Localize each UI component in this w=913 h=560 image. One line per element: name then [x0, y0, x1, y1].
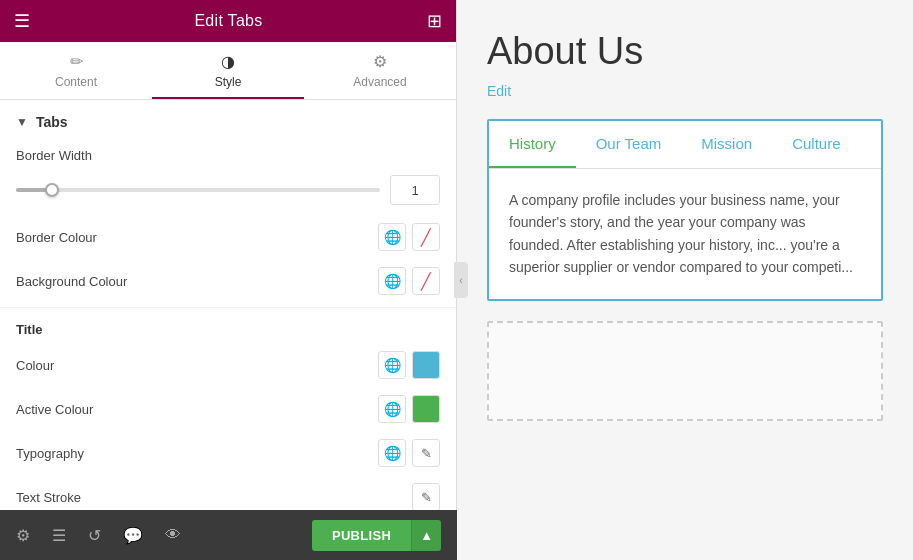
- edit-link[interactable]: Edit: [487, 83, 883, 99]
- panel-title: Edit Tabs: [194, 12, 262, 30]
- widget-container: History Our Team Mission Culture A compa…: [487, 119, 883, 301]
- colour-globe-btn[interactable]: 🌐: [378, 351, 406, 379]
- preview-icon[interactable]: 👁: [165, 526, 181, 544]
- border-width-value[interactable]: 1: [390, 175, 440, 205]
- border-colour-label: Border Colour: [16, 230, 97, 245]
- history-icon[interactable]: ↺: [88, 526, 101, 545]
- widget-tab-mission[interactable]: Mission: [681, 121, 772, 168]
- widget-tab-history[interactable]: History: [489, 121, 576, 168]
- typography-label: Typography: [16, 446, 84, 461]
- typography-globe-btn[interactable]: 🌐: [378, 439, 406, 467]
- border-width-row: Border Width: [0, 140, 456, 171]
- text-stroke-pencil-btn[interactable]: ✎: [412, 483, 440, 511]
- widget-tab-culture[interactable]: Culture: [772, 121, 860, 168]
- widget-tab-our-team[interactable]: Our Team: [576, 121, 682, 168]
- background-colour-label: Background Colour: [16, 274, 127, 289]
- text-stroke-label: Text Stroke: [16, 490, 81, 505]
- background-colour-controls: 🌐 ╱: [378, 267, 440, 295]
- typography-row: Typography 🌐 ✎: [0, 431, 456, 475]
- border-width-slider-row: 1: [0, 171, 456, 215]
- empty-widget-placeholder: [487, 321, 883, 421]
- tabs-section-label: Tabs: [36, 114, 68, 130]
- widget-tab-culture-label: Culture: [792, 135, 840, 152]
- publish-button[interactable]: PUBLISH: [312, 520, 411, 551]
- border-width-label: Border Width: [16, 148, 92, 163]
- panel-tabs-nav: ✏ Content ◑ Style ⚙ Advanced: [0, 42, 456, 100]
- bottom-bar: ⚙ ☰ ↺ 💬 👁 PUBLISH ▲: [0, 510, 457, 560]
- publish-dropdown-button[interactable]: ▲: [411, 520, 441, 551]
- panel-header: ☰ Edit Tabs ⊞: [0, 0, 456, 42]
- active-colour-controls: 🌐: [378, 395, 440, 423]
- typography-controls: 🌐 ✎: [378, 439, 440, 467]
- advanced-icon: ⚙: [373, 52, 387, 71]
- tab-content-label: Content: [55, 75, 97, 89]
- active-colour-row: Active Colour 🌐: [0, 387, 456, 431]
- widget-tab-mission-label: Mission: [701, 135, 752, 152]
- border-width-slider-track[interactable]: [16, 188, 380, 192]
- colour-row: Colour 🌐: [0, 343, 456, 387]
- divider-1: [0, 307, 456, 308]
- widget-content: A company profile includes your business…: [489, 169, 881, 299]
- text-stroke-controls: ✎: [412, 483, 440, 511]
- colour-label: Colour: [16, 358, 54, 373]
- border-colour-row: Border Colour 🌐 ╱: [0, 215, 456, 259]
- tabs-section-header[interactable]: ▼ Tabs: [0, 100, 456, 140]
- slider-thumb[interactable]: [45, 183, 59, 197]
- bottom-icons: ⚙ ☰ ↺ 💬 👁: [16, 526, 181, 545]
- border-colour-slash-btn[interactable]: ╱: [412, 223, 440, 251]
- panel-content-area: ▼ Tabs Border Width 1 Border Colour 🌐 ╱ …: [0, 100, 456, 560]
- menu-icon[interactable]: ☰: [14, 10, 30, 32]
- page-title: About Us: [487, 30, 883, 73]
- colour-controls: 🌐: [378, 351, 440, 379]
- style-icon: ◑: [221, 52, 235, 71]
- background-colour-slash-btn[interactable]: ╱: [412, 267, 440, 295]
- content-icon: ✏: [70, 52, 83, 71]
- layers-icon[interactable]: ☰: [52, 526, 66, 545]
- colour-swatch[interactable]: [412, 351, 440, 379]
- tab-advanced[interactable]: ⚙ Advanced: [304, 42, 456, 99]
- active-colour-swatch[interactable]: [412, 395, 440, 423]
- widget-tab-our-team-label: Our Team: [596, 135, 662, 152]
- background-colour-row: Background Colour 🌐 ╱: [0, 259, 456, 303]
- border-colour-globe-btn[interactable]: 🌐: [378, 223, 406, 251]
- right-panel: About Us Edit History Our Team Mission C…: [457, 0, 913, 560]
- active-colour-globe-btn[interactable]: 🌐: [378, 395, 406, 423]
- active-colour-label: Active Colour: [16, 402, 93, 417]
- widget-tabs-nav: History Our Team Mission Culture: [489, 121, 881, 169]
- comment-icon[interactable]: 💬: [123, 526, 143, 545]
- tab-advanced-label: Advanced: [353, 75, 406, 89]
- tab-content[interactable]: ✏ Content: [0, 42, 152, 99]
- settings-icon[interactable]: ⚙: [16, 526, 30, 545]
- widget-tab-history-label: History: [509, 135, 556, 152]
- tab-style[interactable]: ◑ Style: [152, 42, 304, 99]
- background-colour-globe-btn[interactable]: 🌐: [378, 267, 406, 295]
- typography-pencil-btn[interactable]: ✎: [412, 439, 440, 467]
- widget-content-text: A company profile includes your business…: [509, 189, 861, 279]
- tab-style-label: Style: [215, 75, 242, 89]
- collapse-handle[interactable]: ‹: [454, 262, 468, 298]
- grid-icon[interactable]: ⊞: [427, 10, 442, 32]
- title-subheader: Title: [0, 312, 456, 343]
- section-arrow-icon: ▼: [16, 115, 28, 129]
- border-colour-controls: 🌐 ╱: [378, 223, 440, 251]
- publish-group: PUBLISH ▲: [312, 520, 441, 551]
